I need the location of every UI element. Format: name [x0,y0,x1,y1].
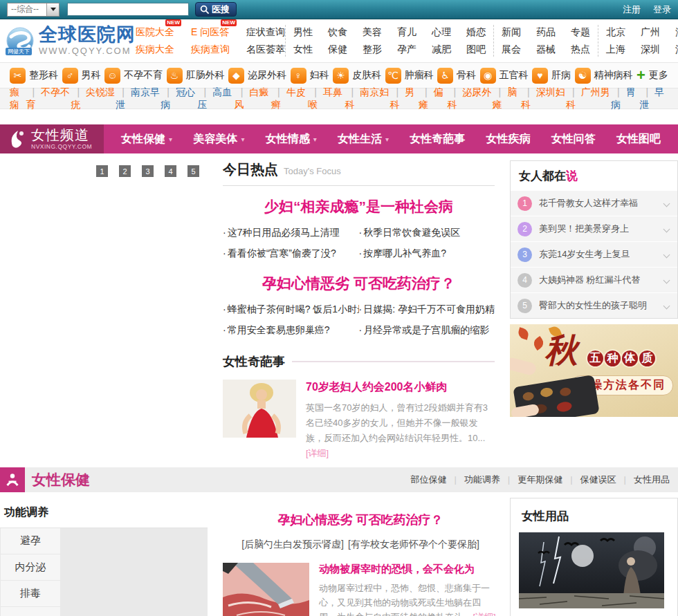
channel-menu-item[interactable]: 女性疾病 [486,132,530,147]
channel-menu-item[interactable]: 女性生活 ▾ [338,132,389,147]
focus-link[interactable]: 秋季日常饮食避免误区 [359,223,495,242]
hot-tag-link[interactable]: 脑瘫 [493,86,522,111]
department-link[interactable]: ♨ 肛肠外科 [167,68,225,84]
header-channel-link[interactable]: 美容 [363,26,382,39]
health-section-link[interactable]: 保健误区 [562,474,616,486]
header-info-link[interactable]: 热点 [571,44,590,56]
care-tab[interactable] [0,607,61,616]
department-link[interactable]: ♀ 妇科 [291,68,329,84]
detail-link[interactable]: [详细] [306,448,329,458]
hot-tag-link[interactable]: 广州男科 [566,86,611,111]
department-link[interactable]: ♂ 男科 [62,68,101,84]
site-logo[interactable]: 网健天下 全球医院网 WWW.QQYY.COM [6,26,136,56]
focus-link[interactable]: 看看你被“宫寒”偷袭了没? [223,244,359,263]
header-channel-link[interactable]: 心理 [432,26,451,39]
focus-headline[interactable]: 少妇“相亲成瘾”是一种社会病 [223,197,495,216]
search-input[interactable] [67,3,189,16]
slider-page-button[interactable]: 3 [142,165,154,177]
health-section-link[interactable]: 女性用品 [616,474,670,486]
department-link[interactable]: ℃ 肿瘤科 [385,68,434,84]
health-sub-link[interactable]: [有学校女老师怀孕个个要保胎] [348,539,479,551]
header-channel-link[interactable]: 减肥 [432,44,451,56]
slider-page-button[interactable]: 5 [187,165,199,177]
focus-headline[interactable]: 孕妇心情恶劣 可否吃药治疗？ [223,274,495,293]
select-arrow-icon[interactable] [46,3,59,16]
header-quick-link[interactable]: 疾病查询 [191,44,230,56]
header-channel-link[interactable]: 图吧 [466,44,486,56]
focus-link[interactable]: 按摩哪儿补气养血? [359,244,495,263]
department-link[interactable]: ✂ 整形科 [10,68,58,84]
hot-tag-link[interactable]: 牛皮癣 [271,86,308,111]
focus-link[interactable]: 日媒揭: 孕妇千万不可食用奶精! [359,300,495,319]
department-link[interactable]: ☯ 精神病科 [575,68,633,84]
detail-link[interactable]: [详细] [473,612,495,616]
channel-menu-item[interactable]: 女性图吧 [616,132,661,147]
women-say-item[interactable]: 2 美到哭！把美景穿身上 [511,216,677,241]
channel-menu-item[interactable]: 女性问答 [551,132,596,147]
header-quick-link[interactable]: 名医荟萃 [246,44,285,56]
focus-link[interactable]: 蜂蜜柚子茶何时喝? 饭后1小时最 [223,300,359,319]
hot-tag-link[interactable]: 耳鼻喉 [308,86,345,111]
health-sub-link[interactable]: [后脑勺生白发预示肾虚] [241,539,344,551]
search-category-select[interactable]: --综合-- [7,3,59,17]
focus-link[interactable]: 这7种日用品必须马上清理 [223,223,359,242]
hot-tag-link[interactable]: 南京早泄 [116,86,161,111]
channel-menu-item[interactable]: 美容美体 ▾ [193,132,244,147]
header-city-link[interactable]: 上海 [606,44,625,56]
header-info-link[interactable]: 专题 [571,26,590,39]
header-channel-link[interactable]: 孕产 [397,44,416,56]
header-city-link[interactable]: 深圳 [641,44,660,56]
channel-menu-item[interactable]: 女性保健 ▾ [121,132,172,147]
hot-tag-link[interactable]: 早泄 [639,86,668,111]
slider-page-button[interactable]: 1 [96,165,108,177]
header-info-link[interactable]: 新闻 [502,26,521,39]
channel-menu-item[interactable]: 女性情感 ▾ [266,132,317,147]
hot-tag-link[interactable]: 尖锐湿疣 [71,86,116,111]
hot-tag-link[interactable]: 胃病 [611,86,640,111]
header-info-link[interactable]: 器械 [536,44,556,56]
department-link[interactable]: ♥ 肝病 [532,68,571,84]
header-quick-link[interactable]: 症状查询 [246,26,285,39]
hot-tag-link[interactable]: 癫痫 [10,86,26,111]
department-link[interactable]: ☺ 不孕不育 [104,68,163,84]
women-say-item[interactable]: 3 东莞14岁女生考上复旦 [511,241,677,267]
hot-tag-link[interactable]: 泌尿外科 [448,86,493,111]
header-channel-link[interactable]: 女性 [293,44,313,56]
hot-tag-link[interactable]: 深圳妇科 [521,86,566,111]
header-channel-link[interactable]: 育儿 [397,26,416,39]
department-link[interactable]: ☀ 皮肤科 [333,68,381,84]
product-image-link[interactable] [519,599,664,610]
channel-logo[interactable]: 女性频道 NVXING.QQYY.COM [0,124,104,153]
header-channel-link[interactable]: 保健 [328,44,347,56]
header-info-link[interactable]: 药品 [536,26,556,39]
article-image-link[interactable] [223,563,309,616]
hot-tag-link[interactable]: 南京妇科 [345,86,390,111]
women-say-item[interactable]: 1 花千骨教女人这样才幸福 [511,190,677,216]
header-quick-link[interactable]: 疾病大全 [136,44,174,56]
hot-tag-link[interactable]: 偏瘫 [419,86,448,111]
search-button[interactable]: 医搜 [195,2,237,17]
login-link[interactable]: 登录 [653,3,671,16]
header-channel-link[interactable]: 整形 [363,44,382,56]
header-channel-link[interactable]: 男性 [293,26,313,39]
header-city-link[interactable]: 浙江 [675,26,678,39]
focus-link[interactable]: 常用安全套易患卵巢癌? [223,321,359,339]
feature-title[interactable]: 70岁老妇人约会200名小鲜肉 [306,380,495,395]
health-section-link[interactable]: 功能调养 [446,474,500,486]
header-city-link[interactable]: 广州 [641,26,660,39]
slider-page-button[interactable]: 2 [119,165,131,177]
health-section-link[interactable]: 更年期保健 [500,474,562,486]
article-title[interactable]: 动物被屠宰时的恐惧，会不会化为 [319,563,498,576]
header-info-link[interactable]: 展会 [502,44,521,56]
header-quick-link[interactable]: E 问医答 NEW [191,26,230,39]
care-tab[interactable]: 排毒 [0,581,61,607]
hot-tag-link[interactable]: 不孕不育 [26,86,71,111]
header-quick-link[interactable]: 医院大全 NEW [136,26,174,39]
care-tab[interactable]: 内分泌 [0,554,61,581]
hot-tag-link[interactable]: 男科 [390,86,419,111]
department-link[interactable]: ♿ 骨科 [437,68,476,84]
header-channel-link[interactable]: 婚恋 [466,26,486,39]
header-city-link[interactable]: 北京 [606,26,625,39]
women-say-item[interactable]: 5 臀部大的女性生的孩子聪明 [511,292,677,318]
hot-tag-link[interactable]: 高血压 [198,86,235,111]
